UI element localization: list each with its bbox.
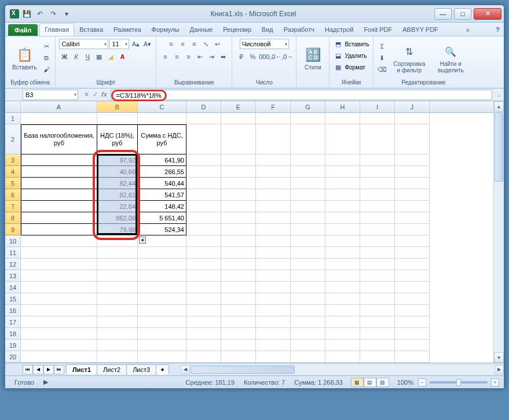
cell-D5[interactable] bbox=[186, 178, 221, 189]
cell-H18[interactable] bbox=[325, 328, 360, 340]
cell-G9[interactable] bbox=[291, 224, 325, 235]
delete-button[interactable]: ⬓Удалить bbox=[333, 50, 367, 61]
cell-D3[interactable] bbox=[186, 154, 221, 166]
cell-A20[interactable] bbox=[21, 351, 97, 363]
cell-D8[interactable] bbox=[186, 212, 221, 224]
cell-D11[interactable] bbox=[186, 247, 221, 259]
col-head-F[interactable]: F bbox=[256, 101, 291, 112]
cell-C12[interactable] bbox=[138, 259, 186, 270]
cell-B10[interactable] bbox=[97, 235, 138, 247]
cell-F7[interactable] bbox=[256, 201, 291, 212]
cell-G13[interactable] bbox=[291, 270, 325, 282]
cell-I11[interactable] bbox=[360, 247, 395, 259]
cell-H2[interactable] bbox=[325, 124, 360, 154]
cell-I20[interactable] bbox=[360, 351, 395, 363]
cell-F17[interactable] bbox=[256, 316, 291, 328]
decrease-indent-icon[interactable]: ⇤ bbox=[195, 51, 205, 62]
row-head-2[interactable]: 2 bbox=[5, 124, 20, 154]
help-icon[interactable]: ? bbox=[492, 23, 504, 36]
cell-B17[interactable] bbox=[97, 316, 138, 328]
cell-D12[interactable] bbox=[186, 259, 221, 270]
row-head-15[interactable]: 15 bbox=[5, 293, 20, 305]
cell-J15[interactable] bbox=[395, 293, 430, 305]
cell-G19[interactable] bbox=[291, 340, 325, 351]
cell-D17[interactable] bbox=[186, 316, 221, 328]
cell-J12[interactable] bbox=[395, 259, 430, 270]
merge-icon[interactable]: ⬌ bbox=[218, 51, 228, 62]
cell-J4[interactable] bbox=[395, 166, 430, 178]
fill-handle-icon[interactable]: ✚ bbox=[139, 237, 146, 244]
fill-color-icon[interactable]: ◢ bbox=[105, 51, 116, 62]
cell-D1[interactable] bbox=[186, 113, 221, 124]
zoom-in-icon[interactable]: + bbox=[491, 378, 499, 386]
format-painter-icon[interactable]: 🖌 bbox=[41, 64, 52, 75]
cell-J9[interactable] bbox=[395, 224, 430, 235]
cell-J20[interactable] bbox=[395, 351, 430, 363]
cell-G12[interactable] bbox=[291, 259, 325, 270]
cell-E15[interactable] bbox=[221, 293, 256, 305]
cell-C9[interactable]: 524,34 bbox=[138, 224, 186, 235]
cut-icon[interactable]: ✂ bbox=[41, 41, 52, 51]
align-right-icon[interactable]: ≡ bbox=[183, 51, 193, 62]
cell-F11[interactable] bbox=[256, 247, 291, 259]
cell-B13[interactable] bbox=[97, 270, 138, 282]
cell-E1[interactable] bbox=[221, 113, 256, 124]
cell-E10[interactable] bbox=[221, 235, 256, 247]
cell-B19[interactable] bbox=[97, 340, 138, 351]
cell-J10[interactable] bbox=[395, 235, 430, 247]
ribbon-minimize-icon[interactable]: ▵ bbox=[462, 23, 474, 36]
sheet-tab-3[interactable]: Лист3 bbox=[126, 364, 156, 374]
cell-B9[interactable]: 79,98 bbox=[97, 224, 138, 235]
cell-I7[interactable] bbox=[360, 201, 395, 212]
cell-B11[interactable] bbox=[97, 247, 138, 259]
sheet-tab-2[interactable]: Лист2 bbox=[97, 364, 127, 374]
scroll-thumb[interactable] bbox=[495, 112, 503, 182]
zoom-out-icon[interactable]: − bbox=[418, 378, 426, 386]
tab-data[interactable]: Данные bbox=[184, 23, 218, 36]
clear-icon[interactable]: ⌫ bbox=[377, 64, 387, 75]
cell-A16[interactable] bbox=[21, 305, 97, 316]
macro-record-icon[interactable]: ▶ bbox=[43, 378, 48, 386]
cell-H4[interactable] bbox=[325, 166, 360, 178]
cell-E7[interactable] bbox=[221, 201, 256, 212]
cell-J13[interactable] bbox=[395, 270, 430, 282]
cell-C13[interactable] bbox=[138, 270, 186, 282]
row-head-5[interactable]: 5 bbox=[5, 178, 20, 189]
cell-H12[interactable] bbox=[325, 259, 360, 270]
cancel-icon[interactable]: ✕ bbox=[84, 91, 89, 98]
cell-E8[interactable] bbox=[221, 212, 256, 224]
minimize-button[interactable]: — bbox=[434, 8, 452, 20]
cell-C14[interactable] bbox=[138, 282, 186, 293]
cell-D2[interactable] bbox=[186, 124, 221, 154]
cell-F2[interactable] bbox=[256, 124, 291, 154]
align-center-icon[interactable]: ≡ bbox=[171, 51, 182, 62]
col-head-J[interactable]: J bbox=[395, 101, 430, 112]
cell-H9[interactable] bbox=[325, 224, 360, 235]
tab-last-icon[interactable]: ⏭ bbox=[54, 365, 64, 374]
decrease-decimal-icon[interactable]: ,0→ bbox=[282, 51, 292, 62]
cell-A3[interactable] bbox=[21, 154, 97, 166]
cell-H5[interactable] bbox=[325, 178, 360, 189]
cells[interactable]: База налогообложения, рубНДС (18%), рубС… bbox=[21, 113, 493, 363]
row-head-7[interactable]: 7 bbox=[5, 201, 20, 212]
cell-H20[interactable] bbox=[325, 351, 360, 363]
formula-expand-icon[interactable]: ⌄ bbox=[495, 92, 504, 98]
cell-C17[interactable] bbox=[138, 316, 186, 328]
tab-file[interactable]: Файл bbox=[8, 24, 38, 36]
tab-addins[interactable]: Надстрой bbox=[320, 23, 358, 36]
col-head-I[interactable]: I bbox=[360, 101, 395, 112]
cell-B18[interactable] bbox=[97, 328, 138, 340]
cell-I12[interactable] bbox=[360, 259, 395, 270]
align-top-icon[interactable]: ≡ bbox=[166, 39, 176, 49]
cell-F8[interactable] bbox=[256, 212, 291, 224]
cell-G5[interactable] bbox=[291, 178, 325, 189]
cell-E18[interactable] bbox=[221, 328, 256, 340]
cell-H17[interactable] bbox=[325, 316, 360, 328]
sort-filter-button[interactable]: ⇅ Сортировка и фильтр bbox=[389, 41, 430, 75]
cell-F10[interactable] bbox=[256, 235, 291, 247]
row-head-13[interactable]: 13 bbox=[5, 270, 20, 282]
align-middle-icon[interactable]: ≡ bbox=[177, 39, 188, 49]
cell-E6[interactable] bbox=[221, 189, 256, 201]
cell-H19[interactable] bbox=[325, 340, 360, 351]
cell-J5[interactable] bbox=[395, 178, 430, 189]
